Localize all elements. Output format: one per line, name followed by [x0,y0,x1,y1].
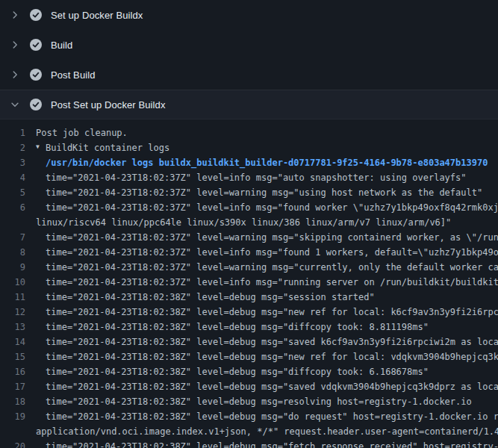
step-title: Post Build [51,69,96,81]
group-toggle-icon[interactable]: ▼ [36,140,46,155]
log-line: 13time="2021-04-23T18:02:38Z" level=debu… [0,320,498,335]
log-line: 5time="2021-04-23T18:02:37Z" level=warni… [0,185,498,200]
log-line-text: time="2021-04-23T18:02:37Z" level=info m… [36,245,498,260]
log-line: 4time="2021-04-23T18:02:37Z" level=info … [0,170,498,185]
check-circle-icon [30,99,42,111]
log-line-number[interactable]: 17 [0,379,36,394]
log-line: 7time="2021-04-23T18:02:37Z" level=warni… [0,230,498,245]
log-line: 20time="2021-04-23T18:02:38Z" level=debu… [0,439,498,448]
check-circle-icon [30,69,42,81]
log-line-text: time="2021-04-23T18:02:38Z" level=debug … [36,320,429,335]
log-line-number[interactable]: 16 [0,364,36,379]
check-circle-icon [30,9,42,21]
step-header-post-set-up-docker-buildx[interactable]: Post Set up Docker Buildx [0,90,498,119]
log-line-text: time="2021-04-23T18:02:37Z" level=warnin… [36,185,482,200]
log-line: 16time="2021-04-23T18:02:38Z" level=debu… [0,364,498,379]
log-line-number[interactable]: 19 [0,409,36,424]
log-line: 18time="2021-04-23T18:02:38Z" level=debu… [0,394,498,409]
log-line-number[interactable]: 12 [0,305,36,320]
chevron-right-icon [9,40,21,50]
log-command-text: /usr/bin/docker logs buildx_buildkit_bui… [36,155,488,170]
log-line-number[interactable]: 20 [0,439,36,448]
log-line: 11time="2021-04-23T18:02:38Z" level=debu… [0,290,498,305]
log-line: 19time="2021-04-23T18:02:38Z" level=debu… [0,409,498,424]
log-line-number[interactable]: 4 [0,170,36,185]
log-line: 1Post job cleanup. [0,125,498,140]
log-line: linux/riscv64 linux/ppc64le linux/s390x … [0,215,498,230]
log-line-text: time="2021-04-23T18:02:37Z" level=warnin… [36,230,498,245]
log-line-number[interactable]: 15 [0,349,36,364]
step-title: Post Set up Docker Buildx [51,99,166,111]
log-line: 3/usr/bin/docker logs buildx_buildkit_bu… [0,155,498,170]
log-line-text: linux/riscv64 linux/ppc64le linux/s390x … [36,215,451,230]
log-line-number[interactable]: 18 [0,394,36,409]
log-line-text[interactable]: BuildKit container logs [46,140,169,155]
step-title: Set up Docker Buildx [51,10,143,21]
log-line-number[interactable]: 11 [0,290,36,305]
log-line-text: time="2021-04-23T18:02:38Z" level=debug … [36,335,498,349]
log-line: 12time="2021-04-23T18:02:38Z" level=debu… [0,305,498,320]
chevron-down-icon [9,99,21,110]
log-line-text: time="2021-04-23T18:02:38Z" level=debug … [36,394,472,409]
log-line-number[interactable]: 9 [0,260,36,275]
log-line-number[interactable]: 3 [0,155,36,170]
log-line-number[interactable]: 10 [0,275,36,290]
log-line-number[interactable]: 8 [0,245,36,260]
log-line-text: time="2021-04-23T18:02:37Z" level=info m… [36,275,498,290]
step-header-post-build[interactable]: Post Build [0,60,498,90]
log-line: application/vnd.oci.image.index.v1+json,… [0,424,498,439]
check-circle-icon [30,39,42,51]
log-line-text: time="2021-04-23T18:02:38Z" level=debug … [36,305,498,320]
log-area: 1Post job cleanup.2▼BuildKit container l… [0,119,498,448]
log-line-text: time="2021-04-23T18:02:37Z" level=warnin… [36,260,498,275]
log-line-number[interactable]: 13 [0,320,36,335]
log-line-text: Post job cleanup. [36,125,128,140]
log-line: 10time="2021-04-23T18:02:37Z" level=info… [0,275,498,290]
log-line-number[interactable]: 14 [0,335,36,349]
log-line-number[interactable]: 7 [0,230,36,245]
step-title: Build [51,40,72,51]
step-header-build[interactable]: Build [0,30,498,60]
step-section-list: Set up Docker BuildxBuildPost BuildPost … [0,0,498,119]
log-line-text: time="2021-04-23T18:02:37Z" level=info m… [36,200,498,215]
log-line: 8time="2021-04-23T18:02:37Z" level=info … [0,245,498,260]
log-line: 2▼BuildKit container logs [0,140,498,155]
actions-log-panel: Set up Docker BuildxBuildPost BuildPost … [0,0,498,448]
log-line-text: time="2021-04-23T18:02:38Z" level=debug … [36,439,498,448]
log-line-text: time="2021-04-23T18:02:38Z" level=debug … [36,349,498,364]
log-line-number [0,424,36,439]
log-line-number [0,215,36,230]
log-line-text: application/vnd.oci.image.index.v1+json,… [36,424,498,439]
log-line-text: time="2021-04-23T18:02:38Z" level=debug … [36,290,375,305]
chevron-right-icon [9,10,21,20]
log-line: 9time="2021-04-23T18:02:37Z" level=warni… [0,260,498,275]
log-line: 6time="2021-04-23T18:02:37Z" level=info … [0,200,498,215]
log-line: 17time="2021-04-23T18:02:38Z" level=debu… [0,379,498,394]
log-line-number[interactable]: 6 [0,200,36,215]
log-line: 14time="2021-04-23T18:02:38Z" level=debu… [0,335,498,349]
log-line-number[interactable]: 1 [0,125,36,140]
log-line-number[interactable]: 2 [0,140,36,155]
log-line-number[interactable]: 5 [0,185,36,200]
log-line-text: time="2021-04-23T18:02:38Z" level=debug … [36,379,498,394]
log-line: 15time="2021-04-23T18:02:38Z" level=debu… [0,349,498,364]
log-line-text: time="2021-04-23T18:02:38Z" level=debug … [36,364,429,379]
log-line-text: time="2021-04-23T18:02:38Z" level=debug … [36,409,498,424]
step-header-set-up-docker-buildx[interactable]: Set up Docker Buildx [0,0,498,30]
chevron-right-icon [9,69,21,80]
log-line-text: time="2021-04-23T18:02:37Z" level=info m… [36,170,467,185]
